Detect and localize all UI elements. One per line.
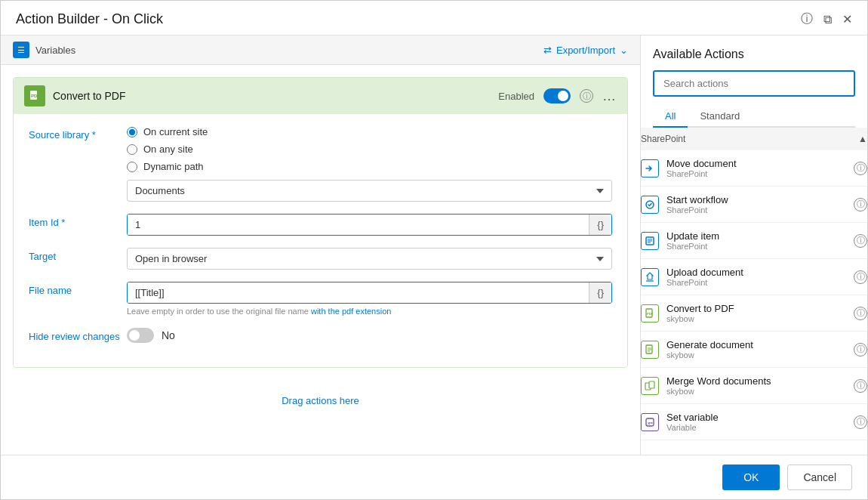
action-item-move-document[interactable]: Move document SharePoint ⓘ <box>641 150 867 187</box>
file-name-input[interactable] <box>128 282 589 303</box>
target-label: Target <box>29 248 127 262</box>
hide-review-content: No <box>127 328 612 343</box>
source-library-row: Source library On current site On any si… <box>29 126 612 202</box>
export-import-arrows-icon: ⇄ <box>543 45 552 56</box>
action-card-header: PDF Convert to PDF Enabled ⓘ … <box>14 78 627 114</box>
variables-icon: ☰ <box>13 42 29 58</box>
action-item-move-document-left: Move document SharePoint <box>641 158 737 178</box>
action-item-convert-to-pdf[interactable]: PDF Convert to PDF skybow ⓘ <box>641 295 867 332</box>
action-item-merge-word-documents[interactable]: Merge Word documents skybow ⓘ <box>641 368 867 404</box>
item-id-input[interactable] <box>128 215 589 235</box>
action-item-update-item-left: Update item SharePoint <box>641 230 719 251</box>
generate-document-name: Generate document <box>666 339 753 350</box>
action-card-body: Source library On current site On any si… <box>14 114 627 367</box>
right-panel: Available Actions All Standard SharePoin… <box>641 35 867 455</box>
drag-actions-area: Drag actions here <box>1 380 640 421</box>
action-item-upload-document[interactable]: Upload document SharePoint ⓘ <box>641 259 867 295</box>
update-item-info-icon[interactable]: ⓘ <box>854 234 867 248</box>
merge-word-documents-name: Merge Word documents <box>666 375 771 387</box>
enabled-toggle[interactable] <box>543 88 571 103</box>
action-more-icon[interactable]: … <box>602 88 617 104</box>
file-name-label: File name <box>29 282 127 296</box>
radio-any-site-label: On any site <box>143 144 193 155</box>
action-card-controls: Enabled ⓘ … <box>498 88 617 104</box>
action-item-generate-document[interactable]: Generate document skybow ⓘ <box>641 332 867 368</box>
category-sharepoint-label: SharePoint <box>641 134 685 144</box>
action-info-icon[interactable]: ⓘ <box>580 89 593 103</box>
radio-dynamic-path[interactable]: Dynamic path <box>127 161 612 172</box>
content-area: ☰ Variables ⇄ Export/Import ⌄ <box>1 35 867 455</box>
radio-on-current-site[interactable]: On current site <box>127 126 612 137</box>
action-item-convert-to-pdf-text: Convert to PDF skybow <box>666 303 734 323</box>
convert-to-pdf-icon: PDF <box>24 85 45 106</box>
left-panel: ☰ Variables ⇄ Export/Import ⌄ <box>1 35 641 455</box>
start-workflow-info-icon[interactable]: ⓘ <box>854 198 867 211</box>
radio-current-site-label: On current site <box>143 126 208 137</box>
upload-document-icon <box>641 268 659 286</box>
action-item-set-variable[interactable]: x= Set variable Variable ⓘ <box>641 404 867 440</box>
toolbar-left: ☰ Variables <box>13 42 75 58</box>
svg-rect-6 <box>646 345 652 353</box>
window-title: Action Builder - On Click <box>16 11 163 27</box>
tab-all[interactable]: All <box>653 106 688 128</box>
radio-group: On current site On any site Dynamic path <box>127 126 612 172</box>
action-item-set-variable-left: x= Set variable Variable <box>641 412 719 432</box>
item-id-brace-button[interactable]: {} <box>589 215 611 235</box>
action-item-merge-word-documents-left: Merge Word documents skybow <box>641 375 771 396</box>
svg-text:PDF: PDF <box>647 312 654 316</box>
maximize-icon[interactable]: ⧉ <box>823 13 832 26</box>
radio-current-site-input[interactable] <box>127 127 137 137</box>
ok-button[interactable]: OK <box>722 465 780 490</box>
item-id-content: {} <box>127 214 612 236</box>
item-id-row: Item Id {} <box>29 214 612 236</box>
update-item-icon <box>641 232 659 250</box>
set-variable-info-icon[interactable]: ⓘ <box>854 415 867 429</box>
action-item-start-workflow[interactable]: Start workflow SharePoint ⓘ <box>641 187 867 223</box>
export-import-button[interactable]: ⇄ Export/Import ⌄ <box>543 45 628 56</box>
actions-list: SharePoint ▲ Move document SharePoint <box>641 128 867 440</box>
merge-word-documents-icon <box>641 377 659 395</box>
generate-document-sub: skybow <box>666 350 753 360</box>
convert-to-pdf-info-icon[interactable]: ⓘ <box>854 307 867 320</box>
variables-label[interactable]: Variables <box>35 45 75 56</box>
hide-review-toggle[interactable] <box>127 328 154 343</box>
search-input[interactable] <box>653 70 855 97</box>
library-dropdown[interactable]: Documents Site Assets Pages <box>127 180 612 202</box>
upload-document-name: Upload document <box>666 267 743 278</box>
action-card-header-left: PDF Convert to PDF <box>24 85 125 106</box>
convert-to-pdf-sub: skybow <box>666 314 734 323</box>
radio-dynamic-path-input[interactable] <box>127 162 137 172</box>
move-document-info-icon[interactable]: ⓘ <box>854 162 867 175</box>
export-import-label: Export/Import <box>556 45 615 56</box>
merge-word-documents-info-icon[interactable]: ⓘ <box>854 379 867 393</box>
title-bar: Action Builder - On Click ⓘ ⧉ ✕ <box>1 1 867 35</box>
generate-document-info-icon[interactable]: ⓘ <box>854 343 867 356</box>
file-name-brace-button[interactable]: {} <box>589 282 611 303</box>
hint-blue-text: with the pdf extension <box>311 307 391 316</box>
start-workflow-name: Start workflow <box>666 194 728 205</box>
target-dropdown[interactable]: Open in browser Download New tab <box>127 248 612 270</box>
action-item-update-item[interactable]: Update item SharePoint ⓘ <box>641 223 867 259</box>
category-collapse-icon[interactable]: ▲ <box>858 134 867 144</box>
tabs: All Standard <box>653 106 855 128</box>
start-workflow-sub: SharePoint <box>666 205 728 215</box>
action-item-set-variable-text: Set variable Variable <box>666 412 719 432</box>
cancel-button[interactable]: Cancel <box>787 465 852 490</box>
info-icon[interactable]: ⓘ <box>801 11 813 27</box>
radio-on-any-site[interactable]: On any site <box>127 144 612 155</box>
upload-document-info-icon[interactable]: ⓘ <box>854 270 867 284</box>
drag-actions-label: Drag actions here <box>282 395 359 406</box>
close-icon[interactable]: ✕ <box>842 12 852 26</box>
svg-rect-8 <box>649 381 654 388</box>
action-card: PDF Convert to PDF Enabled ⓘ … <box>13 77 628 368</box>
radio-any-site-input[interactable] <box>127 144 137 155</box>
window-controls: ⓘ ⧉ ✕ <box>801 11 852 27</box>
tab-standard[interactable]: Standard <box>688 106 752 128</box>
hide-review-row: Hide review changes No <box>29 328 612 343</box>
action-item-generate-document-left: Generate document skybow <box>641 339 753 360</box>
action-item-move-document-text: Move document SharePoint <box>666 158 737 178</box>
set-variable-name: Set variable <box>666 412 719 423</box>
action-item-generate-document-text: Generate document skybow <box>666 339 753 360</box>
chevron-down-icon: ⌄ <box>620 45 628 56</box>
action-card-title: Convert to PDF <box>53 90 125 102</box>
